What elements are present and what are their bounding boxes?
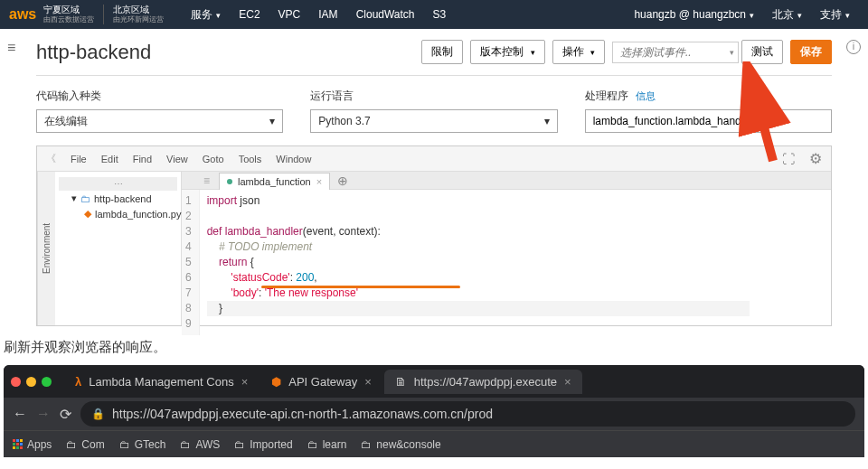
annotation-underline — [261, 286, 460, 288]
folder-icon: 🗀 — [361, 438, 372, 451]
code-editor: 《 File Edit Find View Goto Tools Window … — [36, 145, 832, 326]
region-beijing[interactable]: 北京区域 由光环新网运营 — [113, 5, 173, 24]
code-type-label: 代码输入种类 — [36, 89, 283, 104]
folder-icon: 🗀 — [119, 438, 130, 451]
code-type-select[interactable]: 在线编辑▾ — [36, 109, 283, 133]
runtime-select[interactable]: Python 3.7▾ — [310, 109, 557, 133]
menu-find[interactable]: Find — [133, 154, 152, 164]
mac-zoom-icon[interactable] — [42, 377, 52, 387]
mac-window-controls[interactable] — [11, 377, 52, 387]
response-body: The new response — [4, 457, 864, 469]
folder-icon: 🗀 — [66, 438, 77, 451]
gear-icon[interactable]: ⚙ — [809, 150, 822, 167]
bookmark-aws[interactable]: 🗀AWS — [180, 438, 220, 451]
save-button[interactable]: 保存 — [790, 40, 832, 64]
nav-iam[interactable]: IAM — [318, 8, 337, 21]
folder-icon: 🗀 — [80, 193, 90, 204]
menu-window[interactable]: Window — [276, 154, 311, 164]
handler-label: 处理程序信息 — [585, 89, 832, 104]
forward-icon: → — [36, 406, 51, 422]
mac-minimize-icon[interactable] — [26, 377, 36, 387]
folder-icon: 🗀 — [180, 438, 191, 451]
url-field[interactable]: 🔒 https://047awpdppj.execute-api.cn-nort… — [80, 401, 855, 427]
modified-indicator — [227, 179, 232, 184]
operate-button[interactable]: 操作 ▾ — [552, 40, 605, 64]
apps-icon — [13, 439, 23, 449]
close-icon[interactable]: × — [564, 375, 571, 389]
bookmark-newconsole[interactable]: 🗀new&console — [361, 438, 440, 451]
editor-menu: 《 File Edit Find View Goto Tools Window … — [37, 146, 831, 172]
nav-cloudwatch[interactable]: CloudWatch — [356, 8, 415, 21]
handler-input[interactable] — [585, 109, 832, 133]
tree-options-icon[interactable]: ⋯ — [59, 177, 177, 191]
file-tab[interactable]: lambda_function× — [219, 173, 330, 190]
file-tree: ⋯ ▾ 🗀 http-backend ◆ lambda_function.py — [55, 172, 182, 325]
bookmark-imported[interactable]: 🗀Imported — [234, 438, 292, 451]
bookmark-com[interactable]: 🗀Com — [66, 438, 104, 451]
menu-file[interactable]: File — [71, 154, 87, 164]
nav-vpc[interactable]: VPC — [278, 8, 301, 21]
bookmark-learn[interactable]: 🗀learn — [307, 438, 347, 451]
instruction-text: 刷新并观察浏览器的响应。 — [0, 333, 868, 361]
close-icon[interactable]: × — [241, 375, 249, 389]
hamburger-icon[interactable]: ≡ — [7, 40, 15, 56]
function-title: http-backend — [36, 41, 151, 64]
nav-services[interactable]: 服务▾ — [191, 7, 221, 23]
python-file-icon: ◆ — [84, 208, 91, 220]
tree-file[interactable]: ◆ lambda_function.py — [59, 206, 177, 221]
nav-ec2[interactable]: EC2 — [239, 8, 259, 21]
browser-window: λ Lambda Management Cons× ⬢ API Gateway×… — [4, 365, 864, 469]
bookmark-gtech[interactable]: 🗀GTech — [119, 438, 166, 451]
info-icon[interactable]: i — [846, 40, 861, 54]
nav-s3[interactable]: S3 — [433, 8, 447, 21]
mac-close-icon[interactable] — [11, 377, 21, 387]
tab-bar: ≡ lambda_function× ⊕ — [182, 172, 831, 190]
menu-goto[interactable]: Goto — [203, 154, 224, 164]
back-icon[interactable]: ← — [13, 406, 27, 422]
close-tab-icon[interactable]: × — [316, 176, 322, 187]
region-menu[interactable]: 北京▾ — [772, 7, 802, 23]
test-button[interactable]: 测试 — [741, 40, 783, 64]
new-tab-icon[interactable]: ⊕ — [337, 174, 348, 188]
limit-button[interactable]: 限制 — [421, 40, 463, 64]
console-body: ≡ i http-backend 限制 版本控制 ▾ 操作 ▾ ▾ 测试 保存 … — [0, 29, 868, 333]
aws-header: aws 宁夏区域 由西云数据运营 北京区域 由光环新网运营 服务▾ EC2 VP… — [0, 0, 868, 29]
tab-menu-icon[interactable]: ≡ — [203, 174, 210, 187]
folder-icon: 🗀 — [307, 438, 318, 451]
apps-button[interactable]: Apps — [13, 438, 52, 451]
address-bar: ← → ⟳ 🔒 https://047awpdppj.execute-api.c… — [4, 398, 864, 430]
handler-info-link[interactable]: 信息 — [636, 90, 656, 101]
config-row: 代码输入种类 在线编辑▾ 运行语言 Python 3.7▾ 处理程序信息 — [18, 76, 850, 145]
version-button[interactable]: 版本控制 ▾ — [470, 40, 544, 64]
tree-root[interactable]: ▾ 🗀 http-backend — [59, 191, 177, 206]
fullscreen-icon[interactable]: ⛶ — [782, 152, 795, 166]
region-ningxia[interactable]: 宁夏区域 由西云数据运营 — [43, 5, 104, 24]
browser-tab-response[interactable]: 🗎 https://047awpdppj.execute× — [384, 370, 582, 394]
reload-icon[interactable]: ⟳ — [60, 406, 71, 423]
menu-tools[interactable]: Tools — [239, 154, 262, 164]
code-content[interactable]: 123456789 import json def lambda_handler… — [182, 190, 831, 335]
bookmarks-bar: Apps 🗀Com 🗀GTech 🗀AWS 🗀Imported 🗀learn 🗀… — [4, 430, 864, 457]
browser-tab-lambda[interactable]: λ Lambda Management Cons× — [64, 370, 259, 394]
folder-icon: 🗀 — [234, 438, 245, 451]
user-menu[interactable]: huangzb @ huangzbcn▾ — [634, 8, 754, 21]
aws-logo: aws — [9, 6, 36, 23]
runtime-label: 运行语言 — [310, 89, 557, 104]
support-menu[interactable]: 支持▾ — [820, 7, 850, 23]
menu-view[interactable]: View — [166, 154, 188, 164]
api-gateway-icon: ⬢ — [271, 375, 281, 389]
lock-icon: 🔒 — [91, 408, 105, 420]
close-icon[interactable]: × — [364, 375, 372, 389]
menu-edit[interactable]: Edit — [101, 154, 118, 164]
test-event-select[interactable] — [612, 42, 739, 63]
environment-tab[interactable]: Environment — [37, 172, 55, 325]
page-icon: 🗎 — [395, 375, 407, 389]
collapse-icon[interactable]: 《 — [46, 152, 56, 165]
browser-tab-apigw[interactable]: ⬢ API Gateway× — [260, 370, 382, 394]
lambda-icon: λ — [75, 375, 81, 389]
